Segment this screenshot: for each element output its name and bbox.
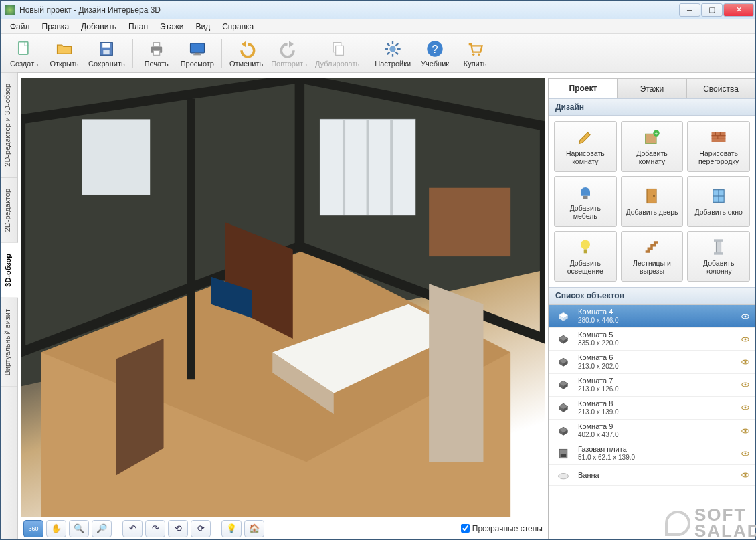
rotate-360-button[interactable]: 360 [23,520,43,537]
object-dimensions: 51.0 x 62.1 x 139.0 [578,454,635,462]
toolbar-undo[interactable]: Отменить [226,36,266,71]
draw-wall-button[interactable]: Нарисовать перегородку [687,121,750,172]
visibility-eye-icon[interactable] [741,470,750,480]
tab-2d-3d[interactable]: 2D-редактор и 3D-обзор [1,73,17,178]
draw-room-button[interactable]: Нарисовать комнату [554,121,617,172]
toolbar-print[interactable]: Печать [137,36,176,71]
object-dimensions: 335.0 x 220.0 [578,339,619,347]
object-row[interactable]: Ванна [549,465,755,486]
toolbar-create[interactable]: Создать [5,36,43,71]
object-type-icon [554,332,573,347]
visibility-eye-icon[interactable] [741,335,750,344]
object-type-icon [554,377,573,392]
svg-rect-5 [153,42,159,46]
visibility-eye-icon[interactable] [741,426,750,436]
add-light-button[interactable]: Добавить освещение [554,231,617,282]
cam-undo-button[interactable]: ↶ [122,520,143,537]
tab-2d-editor[interactable]: 2D-редактор [1,178,17,243]
light-toggle-button[interactable]: 💡 [221,520,242,537]
object-row[interactable]: Газовая плита51.0 x 62.1 x 139.0 [549,442,755,465]
visibility-eye-icon[interactable] [741,449,750,458]
toolbar-duplicate[interactable]: Дублировать [312,36,363,71]
tab-properties[interactable]: Свойства [686,78,755,98]
home-view-button[interactable]: 🏠 [244,520,264,537]
printer-icon [147,39,166,58]
object-name: Комната 8 [578,399,619,408]
object-row[interactable]: Комната 8213.0 x 139.0 [549,397,755,420]
app-window: Новый проект - Дизайн Интерьера 3D ─ ▢ ✕… [0,0,756,540]
toolbar-save[interactable]: Сохранить [85,36,128,71]
toolbar-open[interactable]: Открыть [45,36,84,71]
close-button[interactable]: ✕ [723,3,754,17]
orbit-right-button[interactable]: ⟳ [191,520,211,537]
object-row[interactable]: Комната 7213.0 x 126.0 [549,374,755,397]
column-icon [709,238,728,256]
object-row[interactable]: Комната 5335.0 x 220.0 [549,328,755,351]
maximize-button[interactable]: ▢ [701,3,723,17]
svg-rect-0 [19,41,28,54]
object-list[interactable]: Комната 4280.0 x 446.0Комната 5335.0 x 2… [549,304,755,539]
object-name: Газовая плита [578,445,635,454]
svg-point-97 [559,474,569,479]
3d-viewport[interactable] [21,78,545,517]
menu-view[interactable]: Вид [190,21,215,33]
transparent-walls-checkbox[interactable]: Прозрачные стены [461,524,543,533]
object-row[interactable]: Комната 6213.0 x 202.0 [549,351,755,373]
zoom-in-button[interactable]: 🔍 [69,520,89,537]
svg-point-12 [389,46,395,52]
hand-icon: ✋ [51,523,62,533]
visibility-eye-icon[interactable] [741,380,750,389]
object-name: Комната 5 [578,331,619,339]
minimize-button[interactable]: ─ [679,3,700,17]
duplicate-icon [328,39,347,58]
add-room-icon: + [642,128,661,147]
menu-plan[interactable]: План [123,21,153,33]
object-row[interactable]: Комната 4280.0 x 446.0 [549,305,755,328]
toolbar-buy[interactable]: Купить [456,36,494,71]
home-icon: 🏠 [249,523,260,533]
add-column-button[interactable]: Добавить колонну [687,231,750,282]
menu-edit[interactable]: Правка [37,21,75,33]
pan-button[interactable]: ✋ [46,520,66,537]
svg-point-24 [478,53,480,56]
object-row[interactable]: Комната 9402.0 x 437.0 [549,420,755,442]
svg-point-58 [581,240,590,249]
visibility-eye-icon[interactable] [741,357,750,367]
svg-rect-46 [712,132,726,142]
toolbar-preview[interactable]: Просмотр [177,36,217,71]
menu-file[interactable]: Файл [5,21,35,33]
toolbar-settings[interactable]: Настройки [371,36,414,71]
bulb-icon [576,238,595,256]
transparent-walls-input[interactable] [461,524,470,533]
add-furniture-button[interactable]: Добавить мебель [554,176,617,227]
menu-add[interactable]: Добавить [76,21,122,33]
svg-point-92 [745,430,747,432]
visibility-eye-icon[interactable] [741,312,750,321]
tab-virtual-visit[interactable]: Виртуальный визит [1,298,17,387]
menu-help[interactable]: Справка [217,21,259,33]
cam-redo-button[interactable]: ↷ [145,520,165,537]
object-type-icon [554,468,573,482]
add-window-button[interactable]: Добавить окно [687,176,750,227]
svg-point-72 [745,338,747,340]
visibility-eye-icon[interactable] [741,403,750,412]
object-dimensions: 213.0 x 139.0 [578,408,619,416]
add-door-button[interactable]: Добавить дверь [621,176,684,227]
viewport-toolbar: 360 ✋ 🔍 🔎 ↶ ↷ ⟲ ⟳ 💡 🏠 Прозрачные стены [18,517,548,539]
tab-project[interactable]: Проект [549,78,618,98]
design-tools-grid: Нарисовать комнату +Добавить комнату Нар… [549,116,755,287]
tab-floors[interactable]: Этажи [618,78,686,98]
add-room-button[interactable]: +Добавить комнату [621,121,684,172]
toolbar-tutorial[interactable]: ?Учебник [415,36,454,71]
zoom-out-button[interactable]: 🔎 [92,520,112,537]
object-dimensions: 402.0 x 437.0 [578,431,619,439]
stairs-button[interactable]: Лестницы и вырезы [621,231,684,282]
tab-3d-view[interactable]: 3D-обзор [1,243,18,298]
menu-floors[interactable]: Этажи [155,21,189,33]
svg-rect-35 [82,119,151,195]
brick-wall-icon [709,128,728,147]
object-type-icon [554,400,573,415]
svg-point-82 [745,384,747,386]
toolbar-redo[interactable]: Повторить [268,36,310,71]
orbit-left-button[interactable]: ⟲ [168,520,188,537]
